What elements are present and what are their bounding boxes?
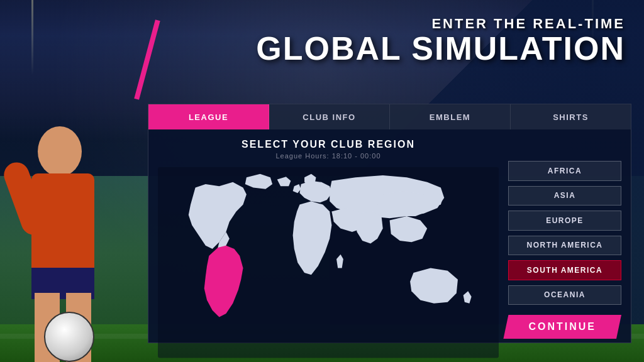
map-title: SELECT YOUR CLUB REGION	[242, 139, 415, 150]
dialog-panel: LEAGUE CLUB INFO EMBLEM SHIRTS SELECT YO…	[148, 104, 631, 343]
continue-button[interactable]: CONTINUE	[503, 315, 621, 339]
region-asia-btn[interactable]: ASIA	[508, 186, 621, 206]
map-subtitle: League Hours: 18:10 - 00:00	[275, 152, 380, 160]
player-body	[13, 85, 113, 362]
player-ball	[44, 312, 94, 362]
region-oceania-btn[interactable]: OCEANIA	[508, 285, 621, 305]
title-area: ENTER THE REAL-TIME GLOBAL SIMULATION	[256, 16, 625, 65]
content-area: SELECT YOUR CLUB REGION League Hours: 18…	[148, 129, 631, 311]
title-main: GLOBAL SIMULATION	[256, 32, 625, 65]
player-figure	[0, 48, 138, 362]
region-europe-btn[interactable]: EUROPE	[508, 211, 621, 231]
region-africa-btn[interactable]: AFRICA	[508, 161, 621, 181]
regions-section: AFRICA ASIA EUROPE NORTH AMERICA SOUTH A…	[508, 139, 621, 305]
tab-club-info[interactable]: CLUB INFO	[269, 104, 390, 129]
region-south-america-btn[interactable]: SOUTH AMERICA	[508, 260, 621, 280]
player-head	[38, 126, 82, 177]
tab-emblem[interactable]: EMBLEM	[390, 104, 511, 129]
bottom-bar: CONTINUE	[148, 311, 631, 343]
region-north-america-btn[interactable]: NORTH AMERICA	[508, 236, 621, 256]
tab-league[interactable]: LEAGUE	[148, 104, 269, 129]
map-section: SELECT YOUR CLUB REGION League Hours: 18…	[158, 139, 499, 305]
tab-shirts[interactable]: SHIRTS	[511, 104, 631, 129]
player-torso	[31, 173, 94, 274]
tabs-row: LEAGUE CLUB INFO EMBLEM SHIRTS	[148, 104, 631, 129]
